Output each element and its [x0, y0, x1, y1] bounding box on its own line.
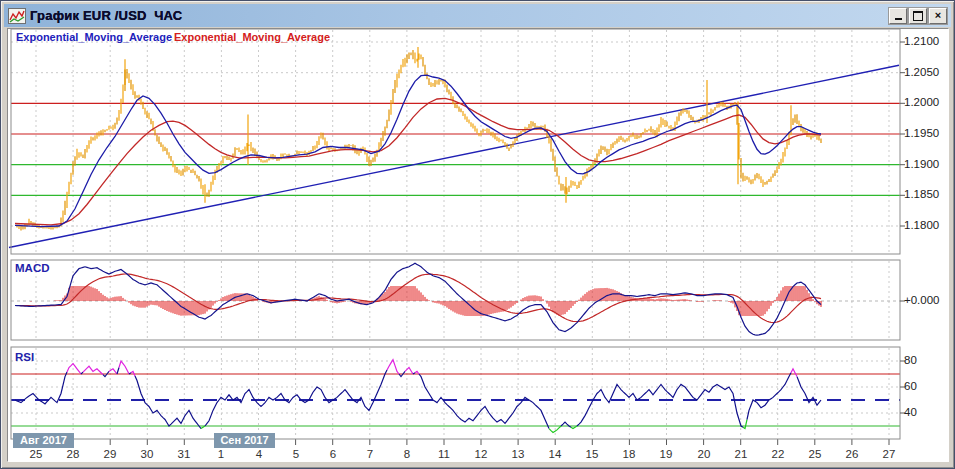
macd-panel-label: MACD: [15, 262, 50, 274]
date-axis-label: 30: [132, 448, 162, 460]
chart-canvas[interactable]: [1, 1, 955, 469]
chart-window: График EUR /USD ЧАС × Exponential_Moving…: [0, 0, 955, 469]
date-axis-label: 8: [392, 448, 422, 460]
date-axis-label: 22: [763, 448, 793, 460]
date-axis-label: 5: [281, 448, 311, 460]
date-axis-label: 28: [58, 448, 88, 460]
date-axis-label: 15: [577, 448, 607, 460]
date-axis-label: 29: [95, 448, 125, 460]
date-axis-label: 11: [429, 448, 459, 460]
rsi-axis-label: 80: [904, 354, 952, 366]
date-axis-label: 13: [503, 448, 533, 460]
date-axis-label: 7: [355, 448, 385, 460]
price-axis-label: 1.2050: [904, 66, 952, 78]
date-axis-label: 21: [726, 448, 756, 460]
date-axis-label: 4: [244, 448, 274, 460]
month-badge-aug: Авг 2017: [13, 433, 74, 448]
month-badge-sep: Сен 2017: [214, 433, 275, 448]
date-axis-label: 1: [206, 448, 236, 460]
price-axis-label: 1.1850: [904, 188, 952, 200]
date-axis-label: 27: [874, 448, 904, 460]
date-axis-label: 12: [466, 448, 496, 460]
date-axis-label: 31: [169, 448, 199, 460]
legend-ema-slow: Exponential_Moving_Average: [174, 31, 330, 43]
date-axis-label: 19: [651, 448, 681, 460]
date-axis-label: 14: [540, 448, 570, 460]
date-axis-label: 25: [21, 448, 51, 460]
legend-ema-fast: Exponential_Moving_Average: [16, 31, 172, 43]
rsi-axis-label: 40: [904, 406, 952, 418]
price-axis-label: 1.1950: [904, 127, 952, 139]
date-axis-label: 26: [837, 448, 867, 460]
rsi-axis-label: 60: [904, 380, 952, 392]
price-axis-label: 1.2000: [904, 96, 952, 108]
price-axis-label: 1.1900: [904, 158, 952, 170]
price-axis-label: 1.1800: [904, 219, 952, 231]
date-axis-label: 18: [614, 448, 644, 460]
rsi-panel-label: RSI: [15, 351, 34, 363]
price-axis-label: 1.2100: [904, 35, 952, 47]
date-axis-label: 25: [800, 448, 830, 460]
date-axis-label: 6: [318, 448, 348, 460]
date-axis-label: 20: [689, 448, 719, 460]
macd-zero-label: +0.000: [904, 294, 952, 306]
